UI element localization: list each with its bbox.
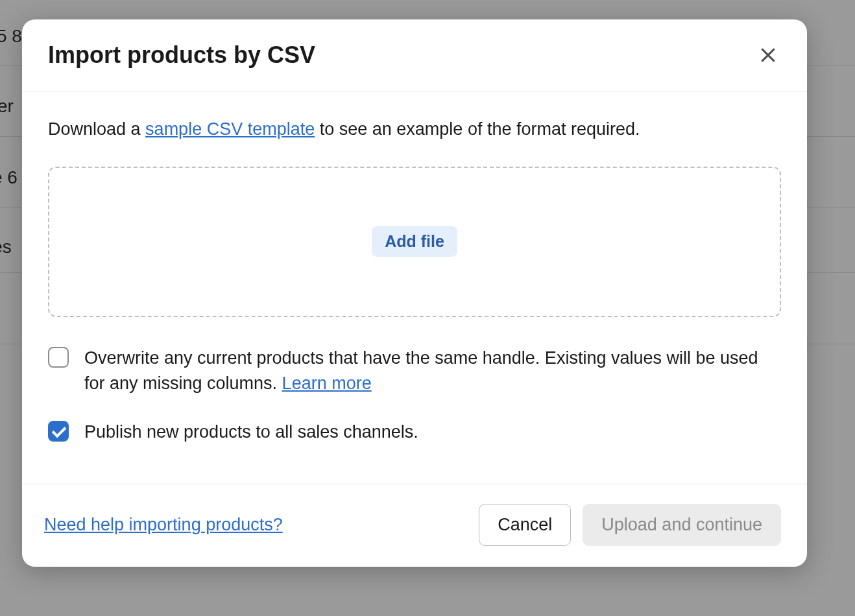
file-dropzone[interactable]: Add file: [48, 167, 781, 317]
sample-csv-link[interactable]: sample CSV template: [145, 119, 315, 139]
overwrite-label: Overwrite any current products that have…: [84, 346, 781, 396]
footer-buttons: Cancel Upload and continue: [479, 504, 781, 546]
publish-label: Publish new products to all sales channe…: [84, 420, 418, 445]
publish-checkbox[interactable]: [48, 421, 69, 442]
overwrite-text: Overwrite any current products that have…: [84, 348, 758, 393]
upload-continue-button[interactable]: Upload and continue: [583, 504, 781, 546]
modal-body: Download a sample CSV template to see an…: [22, 91, 807, 484]
close-icon: [758, 45, 778, 65]
modal-footer: Need help importing products? Cancel Upl…: [22, 484, 807, 567]
bg-fragment: e 6: [0, 167, 18, 188]
overwrite-checkbox[interactable]: [48, 347, 69, 368]
overwrite-option: Overwrite any current products that have…: [48, 346, 781, 396]
close-button[interactable]: [755, 42, 781, 68]
bg-fragment: les: [0, 237, 12, 257]
instruction-text: Download a sample CSV template to see an…: [48, 117, 781, 142]
add-file-button[interactable]: Add file: [372, 226, 457, 257]
help-link[interactable]: Need help importing products?: [44, 515, 283, 535]
bg-fragment: cer: [0, 96, 14, 117]
cancel-button[interactable]: Cancel: [479, 504, 571, 546]
modal-header: Import products by CSV: [22, 19, 807, 91]
modal-title: Import products by CSV: [48, 41, 315, 69]
learn-more-link[interactable]: Learn more: [282, 373, 372, 393]
instruction-suffix: to see an example of the format required…: [315, 119, 640, 139]
instruction-prefix: Download a: [48, 119, 145, 139]
bg-fragment: 5 8: [0, 26, 22, 47]
import-csv-modal: Import products by CSV Download a sample…: [22, 19, 807, 567]
publish-option: Publish new products to all sales channe…: [48, 420, 781, 445]
